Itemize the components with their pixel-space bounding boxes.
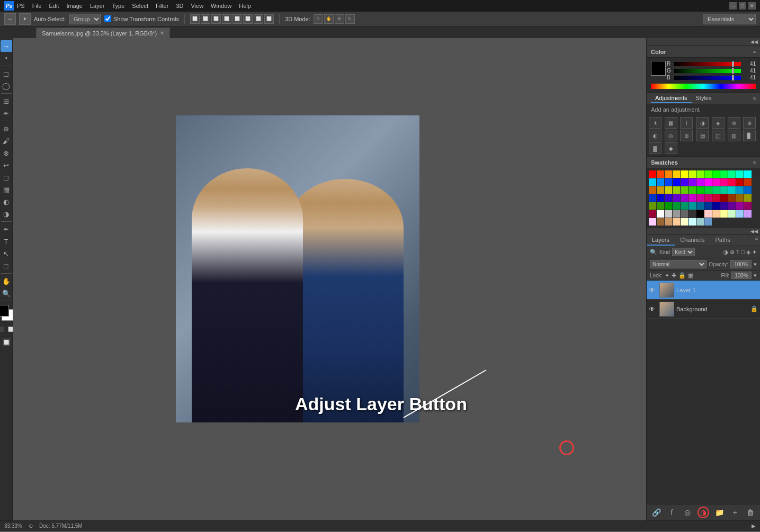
swatch-item[interactable] xyxy=(736,170,744,178)
swatch-item[interactable] xyxy=(696,210,704,218)
minimize-button[interactable]: ─ xyxy=(729,2,737,10)
blue-slider[interactable] xyxy=(674,76,741,80)
swatch-item[interactable] xyxy=(689,202,696,210)
layer1-visibility-icon[interactable]: 👁 xyxy=(649,286,657,294)
blur-tool[interactable]: ◐ xyxy=(1,196,12,208)
history-brush-tool[interactable]: ↩ xyxy=(1,159,12,171)
swatch-item[interactable] xyxy=(681,218,688,226)
curves-icon[interactable]: ⌇ xyxy=(680,117,693,129)
move-tool[interactable]: ↔ xyxy=(1,40,12,52)
new-layer-button[interactable]: + xyxy=(730,507,740,518)
layers-collapse-button[interactable]: ◀◀ xyxy=(750,229,758,234)
swatch-item[interactable] xyxy=(649,170,656,178)
brightness-contrast-icon[interactable]: ☀ xyxy=(649,117,661,129)
swatch-item[interactable] xyxy=(649,210,656,218)
crop-tool[interactable]: ⊞ xyxy=(1,95,12,107)
swatch-item[interactable] xyxy=(728,170,736,178)
3d-zoom-icon[interactable]: ⊕ xyxy=(335,14,344,24)
swatch-item[interactable] xyxy=(728,210,736,218)
threshold-icon[interactable]: ▊ xyxy=(743,130,756,141)
screen-mode-icon[interactable]: 🔲 xyxy=(1,336,12,348)
channel-mixer-icon[interactable]: ⊞ xyxy=(680,130,693,141)
close-button[interactable]: ✕ xyxy=(748,2,756,10)
swatch-item[interactable] xyxy=(728,202,736,210)
photo-filter-icon[interactable]: ◎ xyxy=(665,130,677,141)
layer-mask-button[interactable]: ◎ xyxy=(682,507,693,518)
menu-edit[interactable]: Edit xyxy=(49,3,59,9)
pen-tool[interactable]: ✒ xyxy=(1,223,12,235)
lock-artboards-button[interactable]: ▦ xyxy=(688,272,693,279)
distribute-v-icon[interactable]: ⬜ xyxy=(264,14,274,24)
swatch-item[interactable] xyxy=(696,194,704,202)
swatch-item[interactable] xyxy=(665,210,672,218)
swatch-item[interactable] xyxy=(665,194,672,202)
rectangular-marquee-tool[interactable]: ◻ xyxy=(1,68,12,79)
menu-view[interactable]: View xyxy=(191,3,203,9)
adjustment-layer-button[interactable]: ◑ xyxy=(698,507,709,518)
color-panel-menu[interactable]: ≡ xyxy=(753,49,756,55)
swatch-item[interactable] xyxy=(681,194,688,202)
gradient-tool[interactable]: ▦ xyxy=(1,184,12,195)
swatch-item[interactable] xyxy=(673,170,680,178)
layer-style-button[interactable]: f xyxy=(666,507,677,518)
move-tool-icon[interactable]: ↔ xyxy=(4,13,16,25)
color-foreground-box[interactable] xyxy=(651,61,666,76)
swatch-item[interactable] xyxy=(665,186,672,194)
channels-tab[interactable]: Channels xyxy=(675,235,710,246)
menu-help[interactable]: Help xyxy=(239,3,251,9)
brush-tool[interactable]: 🖌 xyxy=(1,135,12,147)
swatch-item[interactable] xyxy=(649,178,656,186)
swatch-item[interactable] xyxy=(689,186,696,194)
delete-layer-button[interactable]: 🗑 xyxy=(745,507,756,518)
swatch-item[interactable] xyxy=(657,210,664,218)
posterize-icon[interactable]: ▥ xyxy=(728,130,740,141)
lasso-tool[interactable]: ◯ xyxy=(1,80,12,92)
swatch-item[interactable] xyxy=(657,170,664,178)
swatch-item[interactable] xyxy=(673,218,680,226)
swatch-item[interactable] xyxy=(720,194,728,202)
color-lookup-icon[interactable]: ▤ xyxy=(696,130,709,141)
swatch-item[interactable] xyxy=(665,202,672,210)
spot-healing-tool[interactable]: ⊕ xyxy=(1,123,12,134)
swatch-item[interactable] xyxy=(673,186,680,194)
hand-tool[interactable]: ✋ xyxy=(1,275,12,287)
swatch-item[interactable] xyxy=(681,202,688,210)
swatch-item[interactable] xyxy=(712,178,720,186)
lock-position-button[interactable]: ✚ xyxy=(672,272,676,279)
hue-saturation-icon[interactable]: ⊚ xyxy=(728,117,740,129)
swatch-item[interactable] xyxy=(712,202,720,210)
secondary-tool-icon[interactable]: ✦ xyxy=(19,13,31,25)
swatch-item[interactable] xyxy=(649,186,656,194)
swatch-item[interactable] xyxy=(736,186,744,194)
artboard-tool[interactable]: ✦ xyxy=(1,52,12,64)
align-top-icon[interactable]: ⬜ xyxy=(222,14,231,24)
swatch-item[interactable] xyxy=(673,194,680,202)
swatch-item[interactable] xyxy=(696,218,704,226)
menu-image[interactable]: Image xyxy=(66,3,83,9)
color-balance-icon[interactable]: ⊕ xyxy=(743,117,756,129)
swatch-item[interactable] xyxy=(712,170,720,178)
menu-type[interactable]: Type xyxy=(112,3,125,9)
swatch-item[interactable] xyxy=(744,194,752,202)
filter-kind-dropdown[interactable]: Kind xyxy=(672,248,695,256)
lock-pixels-button[interactable]: ✦ xyxy=(665,272,669,279)
swatch-item[interactable] xyxy=(720,170,728,178)
swatch-item[interactable] xyxy=(681,178,688,186)
swatch-item[interactable] xyxy=(665,218,672,226)
color-panel-header[interactable]: Color ≡ xyxy=(647,46,760,58)
black-white-icon[interactable]: ◐ xyxy=(649,130,661,141)
3d-orbit-icon[interactable]: ⊙ xyxy=(314,14,323,24)
menu-3d[interactable]: 3D xyxy=(176,3,183,9)
menu-layer[interactable]: Layer xyxy=(90,3,105,9)
swatch-item[interactable] xyxy=(744,210,752,218)
3d-roll-icon[interactable]: ↻ xyxy=(345,14,355,24)
layer-item-layer1[interactable]: 👁 Layer 1 xyxy=(647,281,760,300)
swatch-item[interactable] xyxy=(712,194,720,202)
swatch-item[interactable] xyxy=(665,170,672,178)
swatch-item[interactable] xyxy=(681,170,688,178)
adjustments-panel-menu[interactable]: ≡ xyxy=(753,96,756,101)
layer-item-background[interactable]: 👁 Background 🔒 xyxy=(647,300,760,319)
swatch-item[interactable] xyxy=(657,178,664,186)
swatch-item[interactable] xyxy=(657,202,664,210)
swatch-item[interactable] xyxy=(712,186,720,194)
